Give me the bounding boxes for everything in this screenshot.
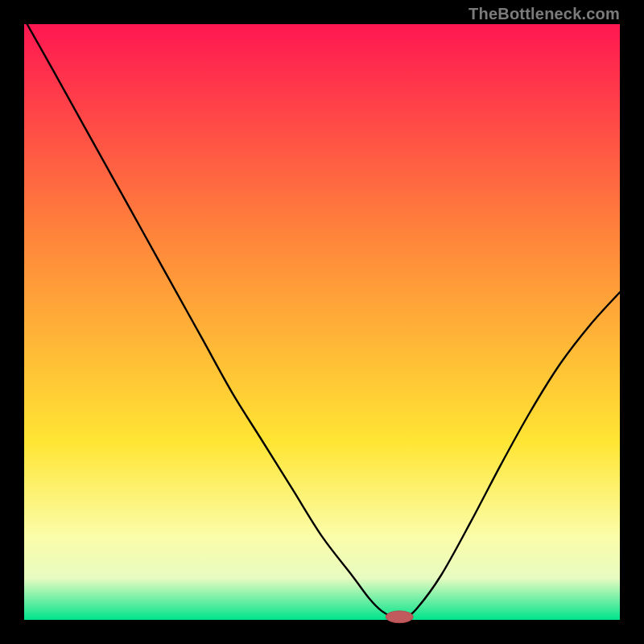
plot-background (24, 24, 620, 620)
chart-frame: TheBottleneck.com (0, 0, 644, 644)
bottleneck-chart (0, 0, 644, 644)
optimum-marker (386, 611, 413, 623)
